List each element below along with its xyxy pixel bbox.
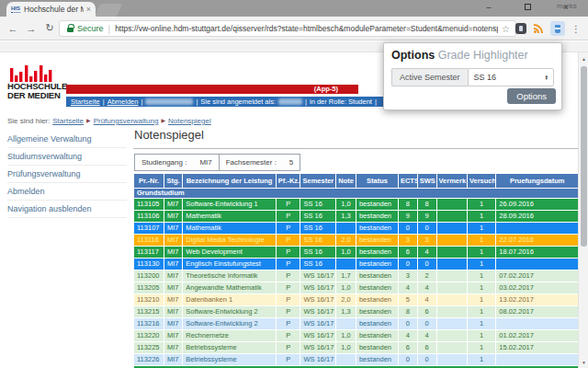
cell-semester: SS 16 [300, 211, 336, 223]
maximize-icon [525, 4, 531, 10]
address-bar[interactable]: Secure | https://vw-online.hdm-stuttgart… [59, 20, 516, 37]
cell-nr: 113205 [134, 282, 164, 294]
forward-icon[interactable]: → [22, 23, 40, 34]
cell-status: bestanden [356, 211, 398, 223]
cell-pfkz: P [276, 199, 300, 211]
rss-extension-icon[interactable] [533, 23, 544, 34]
cell-vermerk [436, 318, 467, 330]
select-arrows-icon: ▴▾ [545, 75, 548, 81]
cell-stg: MI7 [164, 235, 182, 247]
reload-icon[interactable]: ↻ [40, 22, 59, 34]
page-scrollbar[interactable]: ▲ ▼ [578, 52, 588, 368]
browser-window: – × HIS Hochschule der Medien × ← → ↻ Se… [0, 0, 588, 368]
cell-ects: 3 [398, 235, 417, 247]
nav-link-startseite[interactable]: Startseite [71, 98, 100, 106]
cell-vermerk [436, 247, 467, 259]
browser-menu-icon[interactable]: ⋮ [571, 24, 581, 34]
cell-ects: 0 [398, 259, 417, 270]
cell-pfkz: P [276, 247, 300, 259]
cell-nr: 113216 [134, 318, 164, 330]
breadcrumb-separator-icon: ▶ [86, 118, 91, 123]
other-bookmarks-label[interactable]: marks [557, 2, 577, 10]
bookmark-star-icon[interactable]: ☆ [502, 24, 510, 34]
cell-stg: MI7 [164, 330, 182, 342]
cell-versuch: 1 [467, 235, 495, 247]
cell-semester: WS 16/17 [300, 330, 336, 342]
table-row: 113225MI7BetriebssystemePWS 16/171,0best… [134, 342, 579, 354]
cell-versuch: 1 [467, 294, 495, 306]
cell-pfkz: P [276, 294, 300, 306]
cell-stg: MI7 [164, 211, 182, 223]
cell-name: Angewandte Mathematik [183, 282, 277, 294]
cell-nr: 113215 [134, 306, 164, 318]
cell-nr: 113117 [134, 247, 164, 259]
app-banner: (App-5) [66, 85, 358, 94]
breadcrumb-separator-icon: ▶ [161, 118, 165, 123]
browser-tab[interactable]: HIS Hochschule der Medien × [6, 2, 96, 17]
cell-versuch: 1 [467, 247, 495, 259]
table-row: 113106MI7MathematikPSS 161,3bestanden991… [134, 211, 579, 223]
cell-versuch: 1 [467, 270, 495, 282]
cell-stg: MI7 [164, 223, 182, 235]
url-text: https://vw-online.hdm-stuttgart.de/qisse… [115, 24, 498, 33]
sidebar-item[interactable]: Prüfungsverwaltung [7, 166, 127, 183]
nav-link-abmelden[interactable]: Abmelden [107, 98, 139, 106]
cell-pfkz: P [276, 330, 300, 342]
table-row: 113105MI7Software-Entwicklung 1PSS 161,0… [134, 199, 579, 211]
cell-versuch: 1 [467, 282, 495, 294]
scroll-up-icon[interactable]: ▲ [579, 56, 588, 62]
breadcrumb-link[interactable]: Startseite [52, 117, 84, 125]
cell-versuch: 1 [467, 354, 495, 366]
cell-vermerk [436, 270, 467, 282]
cell-stg: MI7 [164, 342, 182, 354]
cell-vermerk [436, 294, 467, 306]
column-header: Status [356, 174, 398, 189]
cell-status: bestanden [356, 318, 398, 330]
cell-nr: 113210 [134, 294, 164, 306]
cell-name: Englisch Einstufungstest [183, 259, 277, 270]
column-header: Bezeichnung der Leistung [183, 174, 277, 189]
cell-datum: 28.09.2016 [496, 211, 579, 223]
minimize-button[interactable]: – [483, 2, 494, 13]
extension-shield-icon[interactable] [515, 23, 526, 34]
grade-highlighter-extension-icon[interactable] [550, 21, 565, 36]
table-row: 113220MI7RechnernetzePWS 16/171,0bestand… [134, 330, 579, 342]
tab-close-icon[interactable]: × [86, 6, 91, 14]
scroll-down-icon[interactable]: ▼ [579, 360, 588, 365]
cell-stg: MI7 [164, 259, 182, 270]
cell-nr: 113225 [134, 342, 164, 354]
cell-ects: 8 [398, 306, 417, 318]
cell-versuch: 1 [467, 211, 495, 223]
cell-pfkz: P [276, 223, 300, 235]
cell-versuch: 1 [467, 199, 495, 211]
cell-versuch: 1 [467, 342, 495, 354]
column-header: Pf.-Kz. [276, 174, 300, 189]
back-icon[interactable]: ← [4, 23, 22, 34]
cell-sws: 9 [417, 211, 436, 223]
cell-sws: 0 [417, 354, 436, 366]
sidebar-item[interactable]: Studiumsverwaltung [7, 148, 127, 166]
cell-nr: 113105 [134, 199, 164, 211]
hdm-logo: HOCHSCHULE DER MEDIEN [7, 60, 66, 99]
breadcrumb-links: Startseite▶Prüfungsverwaltung▶Notenspieg… [50, 117, 213, 125]
options-button[interactable]: Options [507, 88, 556, 104]
sidebar-item[interactable]: Allgemeine Verwaltung [7, 131, 127, 148]
cell-vermerk [436, 199, 467, 211]
breadcrumb-link[interactable]: Prüfungsverwaltung [94, 117, 159, 125]
maximize-button[interactable] [522, 2, 533, 13]
semester-select[interactable]: SS 16 ▴▾ [468, 68, 554, 86]
cell-nr: 113200 [134, 270, 164, 282]
cell-nr: 113107 [134, 223, 164, 235]
column-header: Semester [300, 174, 336, 189]
table-row: 113116MI7Digital Media TechnologiePSS 16… [134, 235, 579, 247]
column-header: Vermerk [436, 174, 467, 189]
sidebar-item[interactable]: Navigation ausblenden [7, 201, 127, 218]
sidebar-item[interactable]: Abmelden [7, 183, 127, 201]
cell-versuch: 1 [467, 259, 495, 270]
cell-sws: 4 [417, 294, 436, 306]
cell-stg: MI7 [164, 318, 182, 330]
scrollbar-thumb[interactable] [581, 66, 587, 247]
breadcrumb-link[interactable]: Notenspiegel [168, 117, 211, 125]
hdm-logo-bars-icon [9, 60, 61, 82]
cell-ects: 8 [398, 199, 417, 211]
